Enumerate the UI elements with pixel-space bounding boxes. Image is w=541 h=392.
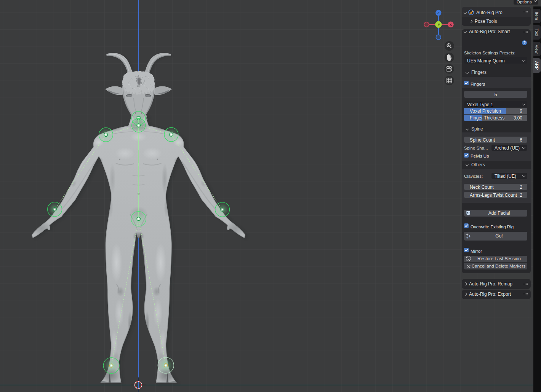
svg-text:X: X [450,22,452,27]
svg-text:Z: Z [437,11,440,15]
svg-text:-Y: -Y [437,23,440,27]
